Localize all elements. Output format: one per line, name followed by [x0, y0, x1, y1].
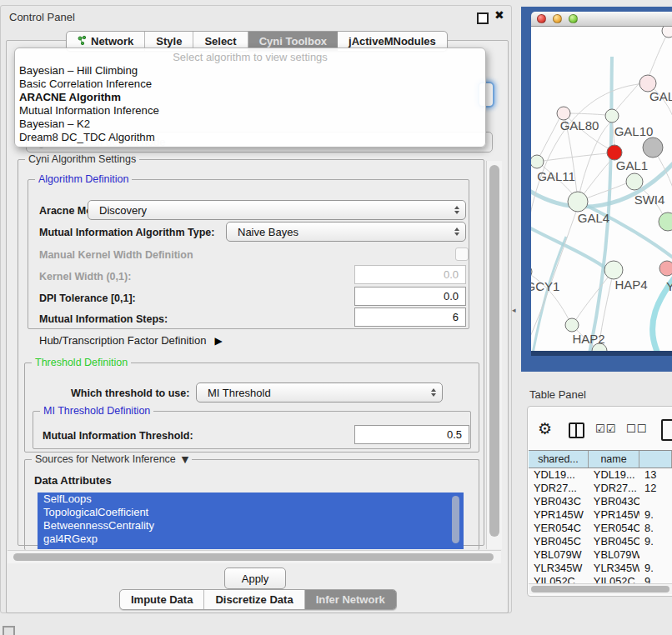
export-table-icon[interactable]: [661, 419, 672, 441]
table-cell[interactable]: YPR145W: [529, 508, 589, 522]
table-cell[interactable]: 9.: [639, 575, 672, 583]
network-window-titlebar[interactable]: [531, 12, 672, 27]
window-minimize-icon[interactable]: [553, 14, 562, 23]
table-horizontal-scrollbar[interactable]: [529, 583, 672, 594]
aracne-mode-select[interactable]: Discovery: [88, 200, 466, 220]
algorithm-option[interactable]: ARACNE Algorithm: [19, 91, 485, 104]
table-cell[interactable]: YDL19...: [529, 468, 589, 482]
network-node[interactable]: [531, 155, 544, 168]
network-node[interactable]: [565, 318, 579, 332]
chevron-down-icon[interactable]: ▼: [178, 454, 188, 465]
column-header-name[interactable]: name: [589, 451, 639, 468]
table-cell[interactable]: YER054C: [589, 522, 639, 535]
network-edge[interactable]: [531, 225, 606, 268]
table-cell[interactable]: YER054C: [529, 522, 589, 535]
dpi-tolerance-field[interactable]: 0.0: [354, 287, 466, 306]
network-edge[interactable]: [578, 122, 611, 202]
network-edge[interactable]: [537, 118, 559, 162]
settings-vertical-scrollbar-track[interactable]: [486, 161, 502, 549]
table-cell[interactable]: 9.: [639, 562, 672, 575]
column-header-shared-name[interactable]: shared...: [529, 451, 589, 468]
network-node[interactable]: [531, 265, 532, 278]
table-cell[interactable]: [639, 548, 672, 562]
network-node[interactable]: [626, 173, 643, 190]
table-cell[interactable]: YBL079W: [589, 548, 639, 562]
table-horizontal-scrollbar-thumb[interactable]: [531, 586, 669, 592]
table-cell[interactable]: YBR045C: [529, 535, 589, 548]
attribute-item[interactable]: SelfLoops: [38, 492, 464, 506]
apply-button[interactable]: Apply: [224, 568, 286, 589]
network-edge[interactable]: [649, 31, 669, 77]
table-cell[interactable]: YDL19...: [589, 468, 639, 482]
table-row[interactable]: YDR27...YDR27...12: [529, 482, 672, 495]
table-cell[interactable]: YIL052C: [529, 575, 589, 583]
table-cell[interactable]: YDR27...: [529, 482, 589, 495]
mi-steps-field[interactable]: 6: [354, 308, 466, 327]
attribute-item[interactable]: TopologicalCoefficient: [38, 506, 464, 519]
network-node[interactable]: [568, 192, 588, 212]
network-node[interactable]: [659, 261, 672, 276]
algorithm-option[interactable]: Mutual Information Inference: [19, 104, 485, 118]
table-cell[interactable]: 13: [639, 468, 672, 482]
table-cell[interactable]: YBR045C: [589, 535, 639, 548]
table-row[interactable]: YDL19...YDL19...13: [529, 468, 672, 482]
table-row[interactable]: YBR043CYBR043C: [529, 495, 672, 508]
network-node[interactable]: [659, 212, 672, 231]
table-cell[interactable]: YBR043C: [589, 495, 639, 508]
table-row[interactable]: YLR345WYLR345W9.: [529, 562, 672, 575]
algorithm-option[interactable]: Bayesian – Hill Climbing: [19, 64, 485, 78]
table-row[interactable]: YPR145WYPR145W9.: [529, 508, 672, 522]
table-cell[interactable]: 9.: [639, 535, 672, 548]
network-node[interactable]: [604, 261, 623, 279]
settings-horizontal-scrollbar-track[interactable]: [8, 550, 501, 563]
table-cell[interactable]: [639, 495, 672, 508]
algorithm-option[interactable]: Bayesian – K2: [19, 118, 485, 131]
settings-vertical-scrollbar-thumb[interactable]: [489, 165, 499, 537]
deselect-all-checkboxes-icon[interactable]: ☐☐: [626, 422, 647, 435]
network-node[interactable]: [643, 138, 663, 158]
float-window-icon[interactable]: [477, 12, 489, 24]
attribute-item[interactable]: BetweennessCentrality: [38, 519, 464, 532]
gear-icon[interactable]: ⚙: [538, 419, 552, 438]
table-cell[interactable]: 8.: [639, 522, 672, 535]
table-row[interactable]: YIL052CYIL052C9.: [529, 575, 672, 583]
mi-type-select[interactable]: Naive Bayes: [226, 222, 466, 242]
attribute-item[interactable]: gal4RGexp: [38, 532, 464, 546]
split-divider-arrow-icon[interactable]: ◂: [512, 306, 516, 314]
table-cell[interactable]: YPR145W: [589, 508, 639, 522]
network-view-window[interactable]: GALGAL80GAL10GAL11GAL1SWI4GAL4GCY1HAP4YH…: [521, 7, 672, 372]
manual-kernel-checkbox[interactable]: [455, 248, 469, 261]
settings-horizontal-scrollbar-thumb[interactable]: [13, 553, 494, 561]
close-icon[interactable]: ✖: [494, 8, 504, 22]
column-header-partial[interactable]: [639, 451, 672, 468]
window-zoom-icon[interactable]: [569, 14, 578, 23]
table-row[interactable]: YBR045CYBR045C9.: [529, 535, 672, 548]
network-node[interactable]: [662, 27, 672, 38]
hub-definition-toggle[interactable]: Hub/Transcription Factor Definition ▶: [39, 334, 223, 347]
network-node[interactable]: [605, 109, 619, 122]
select-all-checkboxes-icon[interactable]: ☑☑: [595, 422, 616, 435]
algorithm-option[interactable]: Basic Correlation Inference: [19, 78, 485, 91]
network-canvas[interactable]: GALGAL80GAL10GAL11GAL1SWI4GAL4GCY1HAP4YH…: [531, 27, 672, 351]
table-cell[interactable]: YBL079W: [529, 548, 589, 562]
attributes-list-scrollbar[interactable]: [452, 496, 459, 543]
table-cell[interactable]: 9.: [639, 508, 672, 522]
dock-mini-icon[interactable]: [3, 626, 15, 635]
mi-threshold-field[interactable]: 0.5: [354, 425, 469, 444]
table-cell[interactable]: YIL052C: [589, 575, 639, 583]
algorithm-option[interactable]: Dream8 DC_TDC Algorithm: [19, 131, 485, 144]
table-cell[interactable]: YLR345W: [529, 562, 589, 575]
threshold-select[interactable]: MI Threshold: [196, 382, 443, 402]
tab-infer-network[interactable]: Infer Network: [305, 590, 396, 609]
table-cell[interactable]: 12: [639, 482, 672, 495]
table-cell[interactable]: YDR27...: [589, 482, 639, 495]
columns-icon[interactable]: [569, 422, 584, 438]
table-cell[interactable]: YLR345W: [589, 562, 639, 575]
table-row[interactable]: YER054CYER054C8.: [529, 522, 672, 535]
table-row[interactable]: YBL079WYBL079W: [529, 548, 672, 562]
tab-impute-data[interactable]: Impute Data: [120, 590, 204, 609]
tab-discretize-data[interactable]: Discretize Data: [204, 590, 304, 609]
kernel-width-field[interactable]: 0.0: [354, 265, 466, 284]
window-close-icon[interactable]: [537, 14, 546, 23]
table-cell[interactable]: YBR043C: [529, 495, 589, 508]
